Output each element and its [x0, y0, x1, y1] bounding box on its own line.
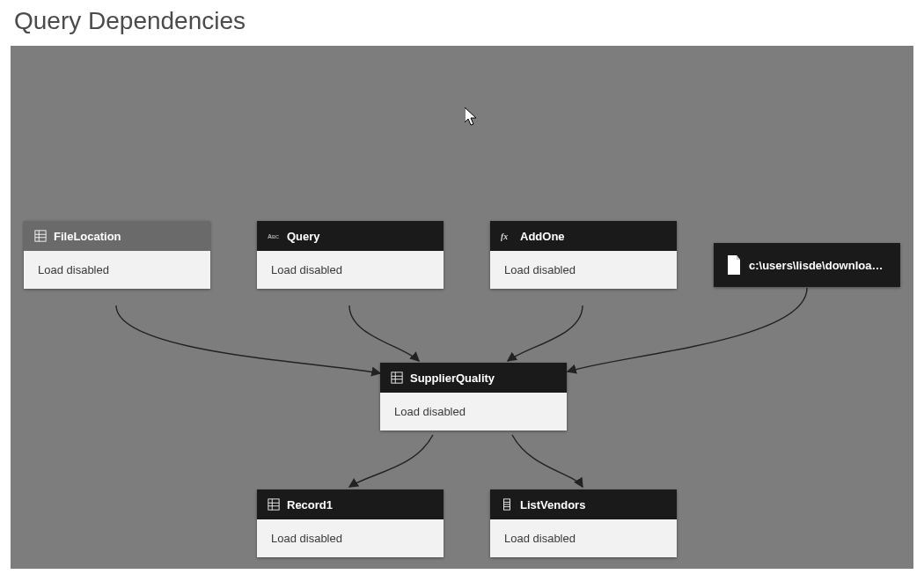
node-label: Query [287, 230, 433, 243]
node-status: Load disabled [490, 519, 677, 557]
svg-text:B: B [272, 234, 275, 239]
node-header[interactable]: ABC Query [257, 221, 444, 251]
svg-text:C: C [275, 234, 279, 239]
abc-icon: ABC [268, 230, 280, 242]
svg-rect-8 [392, 372, 402, 383]
table-icon [34, 230, 47, 242]
node-record1[interactable]: Record1 Load disabled [257, 489, 444, 557]
node-status: Load disabled [24, 251, 210, 289]
node-list-vendors[interactable]: ListVendors Load disabled [490, 489, 677, 557]
node-query[interactable]: ABC Query Load disabled [257, 221, 444, 289]
node-header[interactable]: fx AddOne [490, 221, 677, 251]
svg-rect-12 [268, 499, 279, 510]
node-label: ListVendors [520, 498, 666, 511]
list-icon [501, 498, 513, 511]
mouse-cursor [465, 107, 480, 132]
node-header[interactable]: FileLocation [24, 221, 210, 251]
node-status: Load disabled [257, 251, 444, 289]
node-status: Load disabled [257, 519, 444, 557]
node-label: Record1 [287, 498, 433, 511]
node-label: c:\users\lisde\downloads... [749, 259, 888, 272]
node-header[interactable]: c:\users\lisde\downloads... [714, 243, 900, 287]
table-icon [391, 372, 403, 384]
node-header[interactable]: Record1 [257, 489, 444, 519]
connectors [11, 46, 913, 569]
svg-text:fx: fx [501, 232, 508, 241]
file-icon [726, 255, 742, 275]
node-label: AddOne [520, 230, 666, 243]
node-status: Load disabled [380, 393, 567, 430]
node-file-location[interactable]: FileLocation Load disabled [24, 221, 210, 289]
node-add-one[interactable]: fx AddOne Load disabled [490, 221, 677, 289]
fx-icon: fx [501, 230, 513, 242]
svg-rect-0 [35, 231, 46, 241]
dependency-canvas[interactable]: FileLocation Load disabled ABC Query Loa… [11, 46, 913, 569]
node-status: Load disabled [490, 251, 677, 289]
page-title: Query Dependencies [0, 0, 924, 46]
node-header[interactable]: SupplierQuality [380, 363, 567, 393]
node-supplier-quality[interactable]: SupplierQuality Load disabled [380, 363, 567, 430]
node-file-source[interactable]: c:\users\lisde\downloads... [714, 243, 900, 287]
node-label: SupplierQuality [410, 372, 556, 385]
node-label: FileLocation [54, 230, 200, 243]
node-header[interactable]: ListVendors [490, 489, 677, 519]
table-icon [268, 498, 280, 511]
